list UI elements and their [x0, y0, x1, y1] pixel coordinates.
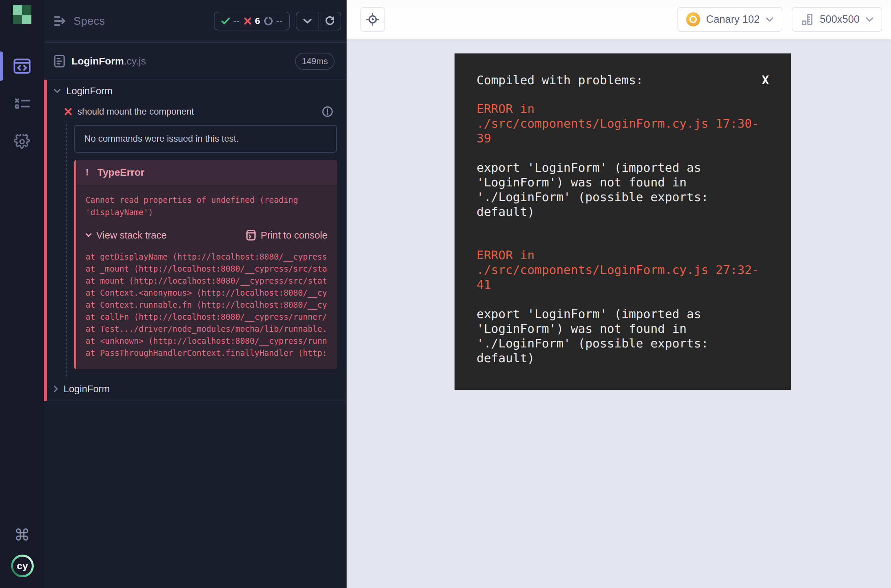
gear-icon	[14, 134, 30, 149]
error-type: TypeError	[97, 167, 144, 178]
browser-code-icon	[14, 58, 31, 74]
error-header: ! TypeError	[76, 160, 337, 185]
reporter-toolbar	[296, 12, 341, 30]
test-info-icon[interactable]	[322, 106, 333, 117]
stack-line: at _mount (http://localhost:8080/__cypre…	[86, 263, 328, 275]
chevron-down-icon	[54, 88, 61, 93]
specs-list-icon[interactable]	[54, 15, 68, 27]
fail-x-icon	[64, 108, 72, 116]
pending-circle-icon	[264, 17, 273, 26]
chevron-down-icon	[766, 17, 774, 22]
viewport-select-label: 500x500	[820, 14, 859, 26]
spec-file-icon	[54, 54, 66, 68]
chrome-canary-icon	[686, 12, 700, 26]
app-sidebar: ⌘ cy	[0, 0, 44, 588]
spec-file-name: LoginForm	[72, 56, 124, 67]
stack-line: at mount (http://localhost:8080/__cypres…	[86, 275, 328, 287]
chevron-right-icon	[54, 385, 58, 393]
compile-error-message: export 'LoginForm' (imported as 'LoginFo…	[476, 160, 769, 219]
compile-error: ERROR in ./src/components/LoginForm.cy.j…	[476, 102, 769, 219]
suite-title: LoginForm	[63, 384, 110, 394]
sidebar-item-specs[interactable]	[0, 50, 44, 82]
selector-playground-button[interactable]	[360, 7, 385, 32]
chevron-down-icon	[865, 17, 874, 22]
cypress-app-logo	[13, 5, 32, 24]
spec-file-row[interactable]: LoginForm .cy.js 149ms	[44, 43, 347, 80]
stack-line: at callFn (http://localhost:8080/__cypre…	[86, 311, 328, 323]
overlay-close-button[interactable]: X	[762, 73, 769, 87]
webpack-error-overlay: Compiled with problems: X ERROR in ./src…	[455, 54, 791, 390]
stack-line: at getDisplayName (http://localhost:8080…	[86, 251, 328, 263]
stack-line: at Test.../driver/node_modules/mocha/lib…	[86, 323, 328, 335]
ruler-icon	[801, 13, 814, 26]
stat-pending: --	[264, 16, 282, 26]
failed-test-row[interactable]: should mount the component	[47, 102, 347, 122]
cypress-logo-text: cy	[13, 556, 32, 575]
aut-header: Canary 102 500x500	[347, 0, 891, 39]
stat-failed: 6	[243, 16, 260, 26]
stack-line: at PassThroughHandlerContext.finallyHand…	[86, 347, 328, 359]
compile-error-message: export 'LoginForm' (imported as 'LoginFo…	[476, 307, 769, 366]
stack-trace: at getDisplayName (http://localhost:8080…	[76, 243, 337, 369]
view-stack-trace-toggle[interactable]: View stack trace	[86, 230, 167, 241]
test-stats[interactable]: -- 6 --	[214, 12, 290, 30]
compile-error-heading: ERROR in ./src/components/LoginForm.cy.j…	[476, 248, 769, 292]
compile-error-heading: ERROR in ./src/components/LoginForm.cy.j…	[476, 102, 769, 146]
chevron-down-icon	[303, 18, 312, 24]
rerun-tests-button[interactable]	[319, 12, 341, 30]
browser-select[interactable]: Canary 102	[678, 7, 782, 32]
failed-suite-block: LoginForm should mount the component No …	[44, 80, 347, 401]
test-list-icon	[14, 98, 30, 110]
check-icon	[221, 17, 230, 25]
suite-title: LoginForm	[66, 86, 113, 96]
suite-row-collapsed[interactable]: LoginForm	[47, 377, 347, 400]
reporter-panel: Specs -- 6 --	[44, 0, 347, 588]
stat-passed: --	[221, 16, 240, 26]
test-error-box: ! TypeError Cannot read properties of un…	[74, 160, 337, 369]
suite-row-expanded[interactable]: LoginForm	[47, 80, 347, 102]
test-title: should mount the component	[78, 106, 194, 117]
aut-pane: Canary 102 500x500	[347, 0, 891, 588]
reporter-header: Specs -- 6 --	[44, 0, 347, 43]
fail-x-icon	[243, 17, 252, 25]
exclamation-icon: !	[86, 167, 89, 178]
command-icon: ⌘	[14, 525, 30, 544]
stack-line: at <unknown> (http://localhost:8080/__cy…	[86, 335, 328, 347]
chevron-down-icon	[86, 233, 92, 237]
spec-duration-badge: 149ms	[295, 53, 335, 70]
sidebar-item-settings[interactable]	[0, 126, 44, 158]
browser-select-label: Canary 102	[706, 14, 760, 26]
error-message: Cannot read properties of undefined (rea…	[76, 185, 337, 222]
spec-file-ext: .cy.js	[124, 56, 146, 67]
cypress-logo-button[interactable]: cy	[11, 555, 34, 577]
sidebar-item-test-results[interactable]	[0, 87, 44, 120]
aut-viewport: Compiled with problems: X ERROR in ./src…	[347, 39, 891, 588]
keyboard-shortcuts-button[interactable]: ⌘	[0, 523, 44, 547]
collapse-all-button[interactable]	[296, 12, 319, 30]
terminal-icon	[246, 230, 256, 241]
stack-line: at Context.runnable.fn (http://localhost…	[86, 299, 328, 311]
test-attempt-body: No commands were issued in this test. ! …	[66, 122, 347, 377]
stack-line: at Context.<anonymous> (http://localhost…	[86, 287, 328, 299]
no-commands-message: No commands were issued in this test.	[74, 125, 337, 153]
refresh-icon	[325, 16, 335, 26]
viewport-select[interactable]: 500x500	[792, 7, 882, 32]
panel-title: Specs	[74, 15, 105, 27]
active-indicator	[0, 51, 3, 81]
crosshair-icon	[366, 13, 379, 26]
compile-error: ERROR in ./src/components/LoginForm.cy.j…	[476, 248, 769, 366]
overlay-title: Compiled with problems:	[476, 73, 643, 87]
print-to-console-button[interactable]: Print to console	[246, 230, 328, 241]
